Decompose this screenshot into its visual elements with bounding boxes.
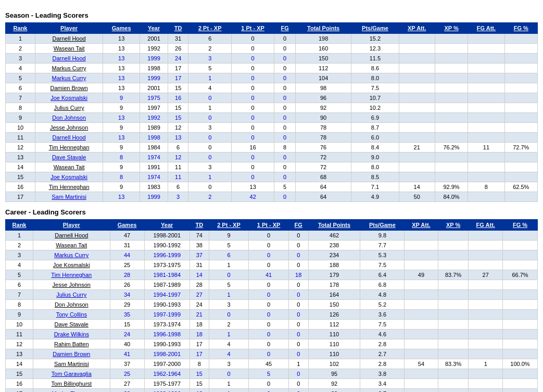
table-cell: 45	[249, 359, 289, 369]
table-cell	[504, 113, 537, 123]
table-cell: 11.5	[351, 54, 399, 64]
player-name[interactable]: Sam Martinisi	[35, 192, 103, 202]
table-cell: 0	[288, 389, 308, 393]
table-row: 13Dave Stavale8197412000729.0	[6, 153, 538, 162]
table-cell: 1990-1993	[144, 300, 190, 310]
table-cell	[438, 231, 469, 241]
player-name[interactable]: Dave Stavale	[33, 320, 110, 330]
header-cell: Total Points	[295, 23, 351, 34]
table-cell: 0	[231, 162, 274, 172]
table-cell: 0	[231, 113, 274, 123]
table-cell: 13	[190, 389, 209, 393]
table-cell: 1989	[140, 123, 168, 133]
player-name[interactable]: Damien Brown	[33, 349, 110, 359]
table-cell	[405, 260, 438, 270]
player-name[interactable]: Darnell Hood	[33, 231, 110, 241]
table-cell	[469, 379, 503, 389]
player-name[interactable]: Joe Kosmalski	[33, 260, 110, 270]
table-cell: 0	[274, 73, 295, 83]
table-cell: 0	[249, 330, 289, 339]
table-cell: 31	[110, 241, 144, 250]
table-cell	[435, 133, 468, 143]
player-name[interactable]: Darnell Hood	[35, 54, 103, 64]
player-name[interactable]: Tom Garavaglia	[33, 369, 110, 379]
player-name[interactable]: Jesse Johnson	[33, 280, 110, 290]
table-cell	[469, 280, 503, 290]
table-cell: 13	[103, 73, 140, 83]
player-name[interactable]: Joe Kosmalski	[35, 172, 103, 182]
player-name[interactable]: Rahim Batten	[33, 339, 110, 349]
table-cell: 1999	[140, 73, 168, 83]
player-name[interactable]: Tom Billinghurst	[33, 379, 110, 389]
player-name[interactable]: Julius Curry	[33, 290, 110, 300]
table-cell	[405, 389, 438, 393]
table-cell	[502, 389, 537, 393]
player-name[interactable]: Tony Collins	[33, 310, 110, 320]
table-cell: 6.0	[351, 133, 399, 143]
header-cell: Player	[35, 23, 103, 34]
table-cell: 12	[168, 123, 188, 133]
table-cell	[504, 123, 537, 133]
table-row: 13Damien Brown411998-2001174001102.7	[6, 349, 538, 359]
player-name[interactable]: Don Johnson	[33, 300, 110, 310]
table-cell: 0	[274, 54, 295, 64]
table-cell	[405, 300, 438, 310]
table-cell: 6.8	[360, 280, 405, 290]
table-row: 11Drake Wilkins241996-1998181001104.6	[6, 330, 538, 339]
player-name[interactable]: Don Johnson	[35, 113, 103, 123]
table-cell: 6	[168, 143, 188, 153]
player-name[interactable]: Julius Curry	[35, 103, 103, 113]
table-cell: 90	[295, 113, 351, 123]
table-cell: 1	[188, 103, 231, 113]
player-name[interactable]: Drake Wilkins	[33, 330, 110, 339]
table-cell: 37	[190, 250, 209, 260]
table-cell: 0	[249, 290, 289, 300]
player-name[interactable]: Markus Curry	[35, 64, 103, 73]
player-name[interactable]: Joe Kosmalski	[35, 93, 103, 103]
player-name[interactable]: Wasean Tait	[35, 44, 103, 54]
table-cell	[504, 64, 537, 73]
player-name[interactable]: Darnell Hood	[35, 34, 103, 44]
header-cell: XP Att.	[399, 23, 435, 34]
table-cell	[405, 320, 438, 330]
player-name[interactable]: Markus Curry	[33, 250, 110, 260]
header-cell: 2 Pt - XP	[188, 23, 231, 34]
table-cell: 0	[249, 250, 289, 260]
player-name[interactable]: Wasean Tait	[33, 241, 110, 250]
table-row: 10Jesse Johnson9198912300788.7	[6, 123, 538, 133]
table-cell: 8.7	[351, 123, 399, 133]
player-name[interactable]: Tim Henneghan	[33, 270, 110, 280]
table-cell: 3	[209, 300, 249, 310]
table-cell	[399, 153, 435, 162]
table-cell: 0	[274, 64, 295, 73]
table-cell: 40	[110, 339, 144, 349]
table-cell: 0	[249, 389, 289, 393]
player-name[interactable]: Wasean Tait	[35, 162, 103, 172]
table-cell: 9	[6, 113, 35, 123]
table-cell: 178	[308, 280, 360, 290]
player-name[interactable]: Damien Brown	[35, 83, 103, 93]
player-name[interactable]: Tim Henneghan	[35, 143, 103, 153]
player-name[interactable]: Markus Curry	[35, 73, 103, 83]
table-cell: 238	[308, 241, 360, 250]
table-cell	[435, 64, 468, 73]
player-name[interactable]: Jesse Johnson	[35, 123, 103, 133]
table-row: 11Darnell Hood13199813000786.0	[6, 133, 538, 143]
table-cell: 31	[190, 260, 209, 270]
player-name[interactable]: Sam Martinisi	[33, 359, 110, 369]
table-cell: 0	[274, 93, 295, 103]
player-name[interactable]: Morico Thomas	[33, 389, 110, 393]
table-cell	[469, 369, 503, 379]
player-name[interactable]: Tim Henneghan	[35, 182, 103, 192]
table-cell: 37	[110, 359, 144, 369]
player-name[interactable]: Dave Stavale	[35, 153, 103, 162]
table-cell	[405, 290, 438, 300]
table-cell	[405, 330, 438, 339]
table-cell: 2001	[140, 34, 168, 44]
table-cell: 16	[231, 143, 274, 153]
table-cell: 17	[190, 349, 209, 359]
player-name[interactable]: Darnell Hood	[35, 133, 103, 143]
table-cell	[469, 349, 503, 359]
table-cell	[435, 172, 468, 182]
table-cell: 72	[295, 162, 351, 172]
